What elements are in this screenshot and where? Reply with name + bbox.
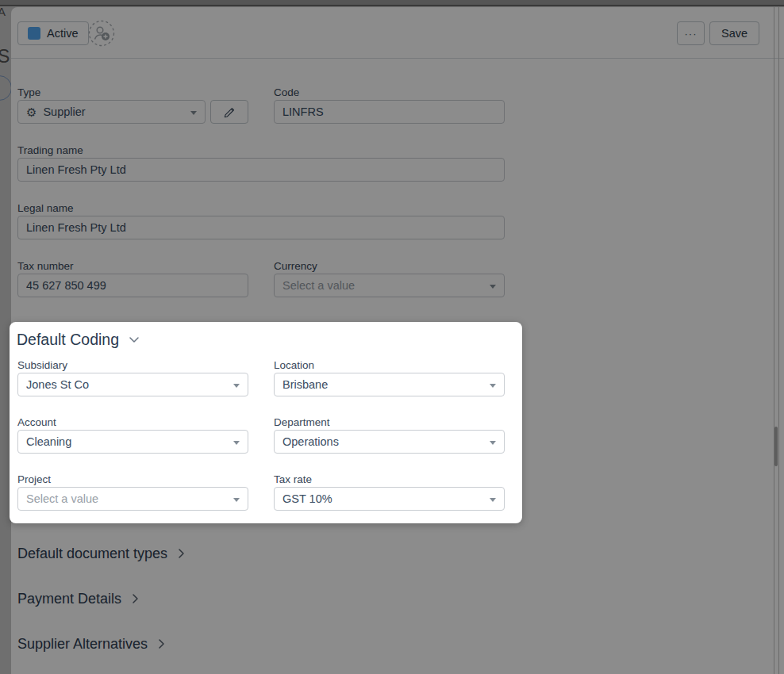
default-coding-title: Default Coding xyxy=(17,331,119,349)
tax-rate-label: Tax rate xyxy=(274,473,505,487)
caret-down-icon xyxy=(490,384,496,388)
account-label: Account xyxy=(17,416,248,430)
location-dropdown[interactable]: Brisbane xyxy=(274,373,505,396)
caret-down-icon xyxy=(233,384,240,388)
caret-down-icon xyxy=(233,498,240,502)
project-label: Project xyxy=(17,473,248,487)
chevron-down-icon xyxy=(129,336,140,343)
subsidiary-dropdown[interactable]: Jones St Co xyxy=(17,373,248,396)
subsidiary-label: Subsidiary xyxy=(17,358,248,373)
department-dropdown[interactable]: Operations xyxy=(274,430,505,454)
default-coding-header[interactable]: Default Coding xyxy=(17,329,522,350)
account-dropdown[interactable]: Cleaning xyxy=(17,430,248,454)
department-label: Department xyxy=(274,416,505,430)
default-coding-spotlight-card: Default Coding Subsidiary Jones St Co Lo… xyxy=(10,322,522,523)
caret-down-icon xyxy=(233,441,240,445)
tax-rate-dropdown[interactable]: GST 10% xyxy=(274,487,505,511)
caret-down-icon xyxy=(490,498,496,502)
default-coding-form: Subsidiary Jones St Co Location Brisbane… xyxy=(17,358,505,530)
caret-down-icon xyxy=(490,441,496,445)
project-dropdown[interactable]: Select a value xyxy=(17,487,248,511)
location-label: Location xyxy=(274,358,505,373)
